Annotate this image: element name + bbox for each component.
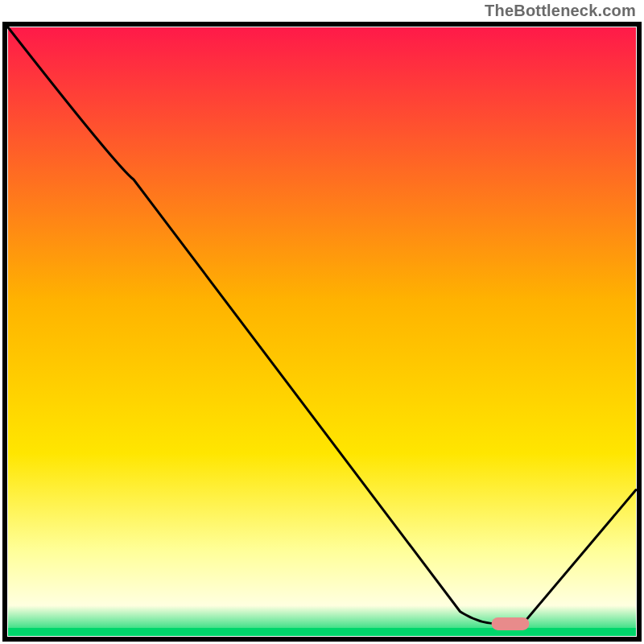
svg-rect-0	[8, 27, 636, 636]
svg-rect-1	[8, 628, 636, 636]
bottleneck-chart	[0, 0, 644, 644]
chart-container: { "watermark": "TheBottleneck.com", "cha…	[0, 0, 644, 644]
optimal-range-marker	[492, 617, 530, 630]
watermark-text: TheBottleneck.com	[485, 2, 636, 20]
